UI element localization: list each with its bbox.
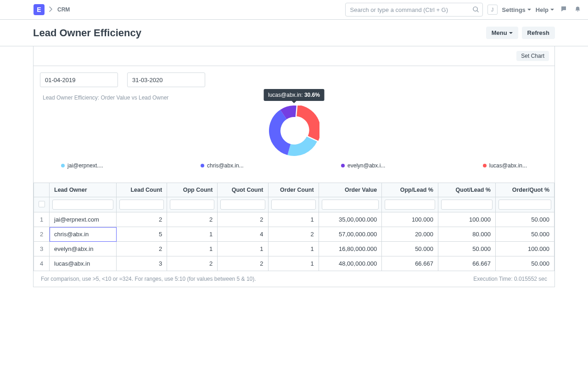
table-cell[interactable]: 100.000	[438, 212, 495, 227]
table-cell[interactable]: 3	[117, 256, 167, 271]
to-date-input[interactable]	[127, 72, 205, 87]
search-input[interactable]	[345, 3, 483, 17]
table-cell[interactable]: 2	[117, 212, 167, 227]
settings-dropdown[interactable]: Settings	[502, 6, 531, 13]
table-row[interactable]: 4lucas@abx.in322148,00,000.00066.66766.6…	[34, 256, 554, 271]
table-cell[interactable]: 50.000	[382, 242, 438, 256]
table-cell[interactable]: evelyn@abx.in	[50, 242, 117, 256]
table-cell[interactable]: 50.000	[496, 227, 554, 242]
table-cell[interactable]: 2	[167, 256, 218, 271]
search-icon[interactable]	[472, 6, 479, 14]
donut-slice[interactable]	[287, 137, 317, 156]
table-cell[interactable]: 35,00,000.000	[319, 212, 382, 227]
bell-icon[interactable]	[574, 6, 581, 14]
table-cell[interactable]: 1	[167, 227, 218, 242]
select-all-checkbox[interactable]	[39, 201, 45, 207]
comment-icon[interactable]	[560, 6, 568, 14]
set-chart-button[interactable]: Set Chart	[516, 51, 549, 61]
donut-slice[interactable]	[297, 106, 319, 141]
table-cell[interactable]: 66.667	[382, 256, 438, 271]
table-cell[interactable]: 1	[268, 242, 319, 256]
table-row[interactable]: 2chris@abx.in514257,00,000.00020.00080.0…	[34, 227, 554, 242]
legend-item[interactable]: jai@erpnext....	[61, 162, 103, 169]
filter-quot-lead[interactable]	[441, 200, 493, 210]
legend-swatch	[201, 164, 204, 167]
tooltip-value: 30.6%	[304, 92, 320, 98]
table-cell[interactable]: 48,00,000.000	[319, 256, 382, 271]
header-lead-count[interactable]: Lead Count	[117, 183, 167, 197]
table-cell[interactable]: 57,00,000.000	[319, 227, 382, 242]
table-cell[interactable]: 50.000	[496, 256, 554, 271]
filter-lead-count[interactable]	[119, 200, 164, 210]
help-dropdown[interactable]: Help	[536, 6, 554, 13]
filter-order-quot[interactable]	[498, 200, 551, 210]
table-cell[interactable]: 1	[268, 212, 319, 227]
svg-line-1	[477, 11, 478, 12]
help-label: Help	[536, 6, 549, 13]
table-cell[interactable]: 2	[268, 227, 319, 242]
table-cell[interactable]: 80.000	[438, 227, 495, 242]
table-cell[interactable]: 1	[218, 242, 268, 256]
table-cell[interactable]: 100.000	[382, 212, 438, 227]
filter-lead-owner[interactable]	[52, 200, 113, 210]
donut-chart[interactable]: lucas@abx.in: 30.6%	[269, 106, 319, 156]
header-lead-owner[interactable]: Lead Owner	[50, 183, 117, 197]
header-order-count[interactable]: Order Count	[268, 183, 319, 197]
table-cell[interactable]: 2	[117, 242, 167, 256]
table-cell[interactable]: lucas@abx.in	[50, 256, 117, 271]
filter-order-count[interactable]	[271, 200, 316, 210]
legend-item[interactable]: evelyn@abx.i...	[341, 162, 385, 169]
header-opp-lead[interactable]: Opp/Lead %	[382, 183, 438, 197]
tooltip-label: lucas@abx.in:	[268, 92, 303, 98]
header-order-quot[interactable]: Order/Quot %	[496, 183, 554, 197]
from-date-input[interactable]	[40, 72, 118, 87]
table-cell[interactable]: 1	[167, 242, 218, 256]
table-cell[interactable]: 4	[34, 256, 50, 271]
legend-label: jai@erpnext....	[67, 162, 103, 169]
legend-item[interactable]: chris@abx.in...	[201, 162, 244, 169]
navbar: E CRM J Settings Help	[0, 0, 588, 20]
table-cell[interactable]: 2	[34, 227, 50, 242]
table-cell[interactable]: 4	[218, 227, 268, 242]
report-table: Lead Owner Lead Count Opp Count Quot Cou…	[34, 183, 554, 271]
table-cell[interactable]: 20.000	[382, 227, 438, 242]
legend-label: evelyn@abx.i...	[347, 162, 385, 169]
filter-order-value[interactable]	[322, 200, 379, 210]
table-cell[interactable]: 2	[167, 212, 218, 227]
settings-label: Settings	[502, 6, 526, 13]
table-row[interactable]: 3evelyn@abx.in211116,80,000.00050.00050.…	[34, 242, 554, 256]
table-cell[interactable]: jai@erpnext.com	[50, 212, 117, 227]
filter-opp-lead[interactable]	[385, 200, 435, 210]
table-cell[interactable]: 2	[218, 256, 268, 271]
header-quot-count[interactable]: Quot Count	[218, 183, 268, 197]
menu-button[interactable]: Menu	[486, 27, 518, 39]
refresh-button[interactable]: Refresh	[522, 27, 555, 39]
header-checkbox-col	[34, 183, 50, 197]
filter-opp-count[interactable]	[170, 200, 214, 210]
table-cell[interactable]: 2	[218, 212, 268, 227]
table-cell[interactable]: chris@abx.in	[50, 227, 117, 242]
app-logo[interactable]: E	[34, 4, 45, 15]
table-cell[interactable]: 5	[117, 227, 167, 242]
table-cell[interactable]: 3	[34, 242, 50, 256]
table-cell[interactable]: 1	[34, 212, 50, 227]
table-cell[interactable]: 50.000	[496, 212, 554, 227]
filter-quot-count[interactable]	[220, 200, 265, 210]
table-cell[interactable]: 1	[268, 256, 319, 271]
breadcrumb-crm[interactable]: CRM	[57, 6, 70, 13]
table-header-row: Lead Owner Lead Count Opp Count Quot Cou…	[34, 183, 554, 197]
header-opp-count[interactable]: Opp Count	[167, 183, 218, 197]
legend-label: chris@abx.in...	[207, 162, 244, 169]
table-cell[interactable]: 66.667	[438, 256, 495, 271]
table-row[interactable]: 1jai@erpnext.com222135,00,000.000100.000…	[34, 212, 554, 227]
table-cell[interactable]: 16,80,000.000	[319, 242, 382, 256]
caret-down-icon	[550, 9, 554, 11]
table-cell[interactable]: 50.000	[438, 242, 495, 256]
legend-item[interactable]: lucas@abx.in...	[483, 162, 527, 169]
header-order-value[interactable]: Order Value	[319, 183, 382, 197]
header-quot-lead[interactable]: Quot/Lead %	[438, 183, 495, 197]
user-avatar[interactable]: J	[487, 5, 498, 15]
table-filter-row	[34, 197, 554, 212]
legend-swatch	[483, 164, 487, 167]
table-cell[interactable]: 100.000	[496, 242, 554, 256]
